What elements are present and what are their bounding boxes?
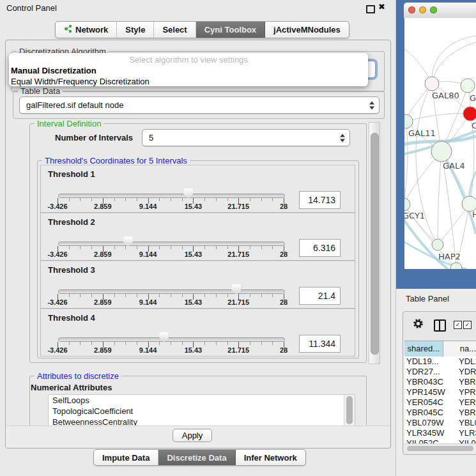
threshold-label: Threshold 2: [48, 217, 95, 227]
slider-track[interactable]: [58, 194, 285, 198]
network-window-titlebar[interactable]: [404, 3, 476, 19]
network-canvas[interactable]: GAL80G...C...GAL11GAL4GCY1H...HAP2: [404, 18, 476, 269]
network-node-label: C...: [472, 121, 476, 130]
list-scrollbar[interactable]: [344, 395, 355, 427]
float-icon[interactable]: [366, 5, 375, 13]
table-row[interactable]: YDL19...YDL1: [404, 357, 476, 367]
tab-impute-data[interactable]: Impute Data: [94, 450, 158, 465]
column-header-shared-name[interactable]: shared...: [404, 341, 443, 357]
network-node[interactable]: [461, 79, 475, 93]
threshold-3-panel: Threshold 3 -3.4262.8599.14415.4321.7152…: [40, 261, 355, 309]
threshold-label: Threshold 1: [48, 169, 95, 179]
scrollbar-thumb[interactable]: [371, 133, 379, 355]
list-items: SelfLoopsTopologicalCoefficientBetweenne…: [49, 395, 355, 427]
panel-title: Control Panel: [6, 3, 57, 13]
table-cell: YBL079W: [404, 418, 452, 428]
threshold-4-panel: Threshold 4 -3.4262.8599.14415.4321.7152…: [40, 309, 355, 357]
tab-jactivemnodules[interactable]: jActiveMNodules: [265, 22, 349, 38]
tab-style[interactable]: Style: [117, 22, 154, 38]
dropdown-item-equal-width[interactable]: Equal Width/Frequency Discretization: [9, 76, 368, 86]
slider-scale-label: 28: [280, 298, 288, 306]
network-node-label: HAP2: [438, 252, 461, 261]
slider-scale-label: 9.144: [139, 298, 157, 306]
combobox-value: 5: [149, 130, 153, 146]
tab-cyni-toolbox[interactable]: Cyni Toolbox: [196, 22, 265, 38]
dropdown-placeholder-item[interactable]: Select algorithm to view settings: [9, 54, 368, 65]
table-row[interactable]: YER054CYER0: [404, 397, 476, 408]
table-row[interactable]: YLR345WYLR3: [404, 428, 476, 438]
close-icon[interactable]: ✖: [378, 2, 385, 12]
threshold-value-field[interactable]: 14.713: [299, 191, 341, 209]
stepper-icon: [369, 101, 374, 109]
num-intervals-combobox[interactable]: 5: [142, 129, 350, 146]
node-table-body: YDL19...YDL1YDR27...YDR2YBR043CYBR0YPR14…: [404, 357, 476, 443]
tab-infer-network[interactable]: Infer Network: [236, 450, 305, 465]
threshold-1-panel: Threshold 1 -3.4262.8599.14415.4321.7152…: [40, 165, 355, 213]
slider-track[interactable]: [58, 289, 285, 294]
table-cell: YLR345W: [404, 428, 452, 438]
slider-scale-label: -3.426: [47, 298, 67, 306]
slider-track[interactable]: [58, 337, 285, 342]
threshold-value-field[interactable]: 11.344: [299, 335, 341, 353]
num-intervals-label: Number of Intervals: [55, 133, 133, 142]
network-node[interactable]: [431, 141, 452, 162]
table-horizontal-scrollbar[interactable]: [404, 443, 476, 453]
table-cell: YIL0: [452, 438, 476, 443]
checkbox-icon[interactable]: ✓: [454, 321, 462, 329]
threshold-value-field[interactable]: 21.4: [299, 287, 341, 305]
close-traffic-light-icon[interactable]: [408, 6, 415, 13]
table-cell: YLR3: [452, 428, 476, 438]
tab-select[interactable]: Select: [154, 22, 196, 38]
threshold-label: Threshold 4: [48, 313, 95, 323]
slider-scale-label: 28: [280, 203, 288, 210]
table-row[interactable]: YBR043CYBR0: [404, 377, 476, 387]
table-cell: YBR0: [452, 408, 476, 418]
attribute-list-item[interactable]: SelfLoops: [49, 395, 355, 406]
tab-label: Infer Network: [244, 453, 297, 463]
split-columns-icon[interactable]: [434, 319, 446, 332]
scrollbar-thumb[interactable]: [346, 396, 353, 424]
slider-track[interactable]: [58, 242, 285, 246]
network-node[interactable]: [463, 107, 476, 121]
network-node[interactable]: [425, 77, 439, 91]
tab-label: Cyni Toolbox: [204, 25, 256, 35]
table-data-combobox[interactable]: galFiltered.sif default node: [19, 96, 380, 114]
table-row[interactable]: YDR27...YDR2: [404, 367, 476, 377]
apply-button[interactable]: Apply: [173, 429, 212, 442]
table-cell: YBR0: [452, 377, 476, 387]
tab-label: Network: [75, 25, 108, 35]
screenshot-root: Control Panel ✖ Network Style Select: [0, 0, 476, 476]
network-node[interactable]: [404, 198, 410, 211]
tab-label: Discretize Data: [167, 453, 226, 463]
slider-scale-label: 9.144: [139, 203, 157, 210]
network-edge: [438, 151, 441, 245]
table-cell: YPR1: [452, 387, 476, 397]
column-header-name[interactable]: na...: [443, 341, 476, 357]
table-row[interactable]: YIL052CYIL0: [404, 438, 476, 443]
network-node[interactable]: [432, 239, 443, 250]
table-row[interactable]: YBL079WYBL0: [404, 418, 476, 428]
settings-scrollbar[interactable]: [369, 122, 380, 364]
network-node[interactable]: [404, 114, 413, 128]
threshold-value-field[interactable]: 6.316: [299, 239, 341, 257]
tab-network[interactable]: Network: [56, 22, 117, 38]
slider-scale-label: 15.43: [185, 298, 203, 306]
checkbox-icon[interactable]: ✓: [463, 321, 472, 329]
gear-icon[interactable]: [413, 318, 424, 331]
minimize-traffic-light-icon[interactable]: [419, 6, 426, 13]
network-node-label: GAL80: [432, 91, 459, 100]
tab-discretize-data[interactable]: Discretize Data: [158, 450, 235, 465]
group-label: Interval Definition: [35, 119, 104, 128]
dropdown-item-manual-discretization[interactable]: Manual Discretization: [9, 65, 368, 76]
scrollbar-thumb[interactable]: [407, 446, 473, 451]
slider-scale-label: 15.43: [185, 346, 203, 354]
zoom-traffic-light-icon[interactable]: [430, 6, 437, 13]
network-node-label: H...: [472, 210, 476, 219]
numerical-attributes-list[interactable]: SelfLoopsTopologicalCoefficientBetweenne…: [48, 394, 355, 427]
attribute-list-item[interactable]: TopologicalCoefficient: [49, 406, 355, 417]
table-row[interactable]: YBR045CYBR0: [404, 408, 476, 418]
table-row[interactable]: YPR145WYPR1: [404, 387, 476, 397]
network-view: GAL80G...C...GAL11GAL4GCY1H...HAP2: [404, 18, 476, 269]
network-edge: [432, 42, 476, 84]
slider-scale-label: -3.426: [47, 250, 67, 258]
